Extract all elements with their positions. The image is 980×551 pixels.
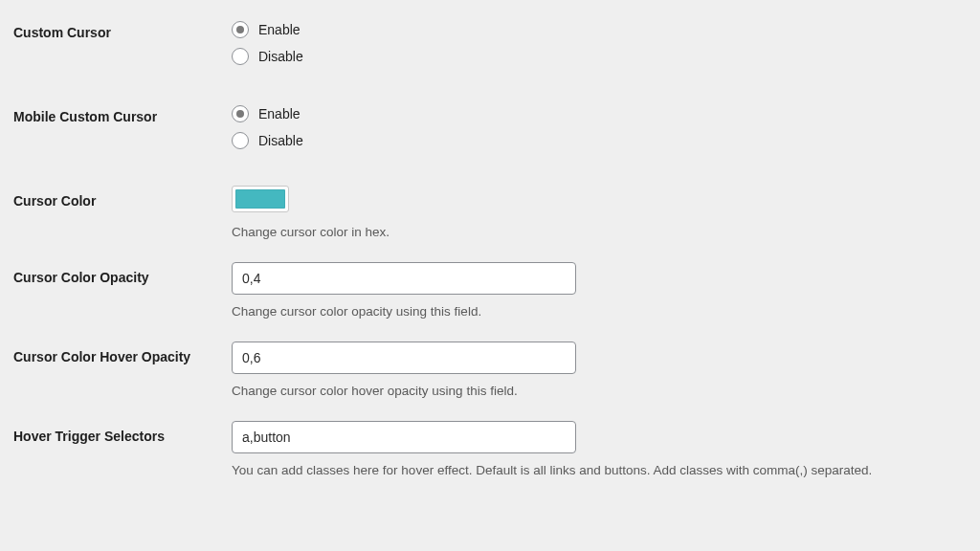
row-mobile-custom-cursor: Mobile Custom Cursor Enable Disable <box>13 101 967 149</box>
row-cursor-color: Cursor Color Change cursor color in hex. <box>13 186 967 239</box>
radio-label: Disable <box>258 49 303 64</box>
radio-icon <box>232 21 249 38</box>
label-hover-trigger-selectors: Hover Trigger Selectors <box>13 421 232 444</box>
row-cursor-color-hover-opacity: Cursor Color Hover Opacity Change cursor… <box>13 342 967 398</box>
label-mobile-custom-cursor: Mobile Custom Cursor <box>13 101 232 124</box>
radio-mobile-custom-cursor-disable[interactable]: Disable <box>232 132 959 149</box>
label-custom-cursor: Custom Cursor <box>13 17 232 40</box>
radio-group-custom-cursor: Enable Disable <box>232 17 959 65</box>
cursor-color-opacity-input[interactable] <box>232 262 576 295</box>
desc-cursor-color-opacity: Change cursor color opacity using this f… <box>232 304 959 319</box>
settings-form: Custom Cursor Enable Disable Mobile Cust… <box>0 0 980 477</box>
cursor-color-hover-opacity-input[interactable] <box>232 342 576 374</box>
row-custom-cursor: Custom Cursor Enable Disable <box>13 17 967 65</box>
desc-cursor-color: Change cursor color in hex. <box>232 225 959 239</box>
radio-mobile-custom-cursor-enable[interactable]: Enable <box>232 105 959 122</box>
radio-label: Enable <box>258 22 301 37</box>
label-cursor-color-opacity: Cursor Color Opacity <box>13 262 232 285</box>
desc-cursor-color-hover-opacity: Change cursor color hover opacity using … <box>232 384 959 398</box>
radio-custom-cursor-disable[interactable]: Disable <box>232 48 959 65</box>
radio-icon <box>232 105 249 122</box>
radio-label: Enable <box>258 106 301 121</box>
desc-hover-trigger-selectors: You can add classes here for hover effec… <box>232 463 959 477</box>
label-cursor-color: Cursor Color <box>13 186 232 209</box>
color-swatch <box>235 189 285 209</box>
label-cursor-color-hover-opacity: Cursor Color Hover Opacity <box>13 342 232 364</box>
radio-custom-cursor-enable[interactable]: Enable <box>232 21 959 38</box>
row-hover-trigger-selectors: Hover Trigger Selectors You can add clas… <box>13 421 967 477</box>
radio-icon <box>232 132 249 149</box>
hover-trigger-selectors-input[interactable] <box>232 421 576 453</box>
row-cursor-color-opacity: Cursor Color Opacity Change cursor color… <box>13 262 967 319</box>
radio-icon <box>232 48 249 65</box>
radio-label: Disable <box>258 133 303 148</box>
radio-group-mobile-custom-cursor: Enable Disable <box>232 101 959 149</box>
color-picker-button[interactable] <box>232 186 289 212</box>
